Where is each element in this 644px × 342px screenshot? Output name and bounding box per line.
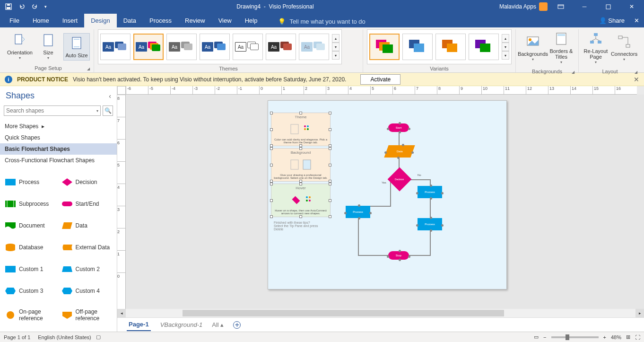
zoom-out-icon[interactable]: − [543,334,546,340]
orientation-button[interactable]: Orientation▾ [7,31,33,63]
theme-swatch[interactable]: Aa [200,34,230,60]
close-ribbon-icon[interactable]: ✕ [634,17,639,24]
theme-swatch[interactable]: Aa [266,34,296,60]
tips-panel[interactable]: Theme Color can add clarity and elegance… [271,113,331,235]
page-tab-background[interactable]: VBackground-1 [160,321,203,328]
shape-master[interactable]: External Data [59,237,115,258]
tab-insert[interactable]: Insert [56,14,85,27]
gallery-down-icon[interactable]: ▾ [332,43,339,51]
tab-file[interactable]: File [3,14,26,27]
variant-swatch[interactable] [435,34,466,60]
connectors-button[interactable]: Connectors▾ [611,32,637,64]
notice-close-icon[interactable]: ✕ [634,76,639,83]
shape-master[interactable]: Database [2,237,59,258]
redo-icon[interactable] [29,1,41,12]
stencil-item[interactable]: Cross-Functional Flowchart Shapes [0,155,117,166]
add-page-icon[interactable]: + [233,321,241,329]
shape-master[interactable]: Custom 3 [2,281,59,301]
gallery-more-icon[interactable]: ▾ [502,51,509,60]
borders-titles-button[interactable]: Borders & Titles▾ [548,29,574,67]
theme-swatch[interactable]: Aa [299,34,329,60]
close-icon[interactable]: ✕ [621,0,642,13]
gallery-up-icon[interactable]: ▴ [502,34,509,43]
theme-swatch[interactable]: Aa [100,34,131,60]
flowchart-process[interactable]: Process [346,206,370,218]
shape-master[interactable]: Custom 2 [59,259,115,280]
minimize-icon[interactable]: ─ [574,0,595,13]
drawing-canvas[interactable]: Theme Color can add clarity and elegance… [126,95,644,309]
shape-master[interactable]: Process [2,172,59,193]
flowchart-data[interactable]: Data [384,145,415,158]
shape-master[interactable]: Document [2,215,59,236]
ruler-vertical[interactable]: 876543210 [117,95,126,309]
size-button[interactable]: Size▾ [35,31,61,63]
ruler-horizontal[interactable]: -6-5-4-3-2-1012345678910111213141516 [126,86,637,95]
shape-master[interactable]: Start/End [59,193,115,214]
scroll-thumb[interactable] [183,310,504,316]
page-surface[interactable]: Theme Color can add clarity and elegance… [268,100,507,289]
user-avatar-icon[interactable] [539,2,548,11]
gallery-more-icon[interactable]: ▾ [332,51,339,60]
gallery-down-icon[interactable]: ▾ [502,43,509,51]
flowchart-decision[interactable]: Decision [388,167,412,192]
shape-master[interactable]: Off-page reference [59,302,115,328]
ribbon-mode-icon[interactable] [550,0,571,13]
user-name[interactable]: Malavida Apps [499,3,536,10]
variant-swatch[interactable] [369,34,400,60]
tell-me-search[interactable]: 💡 Tell me what you want to do [273,16,370,27]
search-shapes-input[interactable]: ▾ [4,105,101,116]
tab-design[interactable]: Design [84,14,116,27]
shape-master[interactable]: Decision [59,172,115,193]
flowchart-process[interactable]: Process [418,218,442,230]
scroll-left-icon[interactable]: ◂ [117,309,126,317]
page-tab-all[interactable]: All ▴ [212,321,224,328]
variant-swatch[interactable] [469,34,499,60]
horizontal-scrollbar[interactable]: ◂ ▸ [117,309,644,317]
fit-page-icon[interactable]: ⊞ [626,334,630,340]
shape-master[interactable]: Custom 4 [59,281,115,301]
flowchart-process[interactable]: Process [418,186,442,198]
shape-master[interactable]: Data [59,215,115,236]
page-setup-launcher-icon[interactable]: ◢ [87,67,90,71]
share-button[interactable]: 👤 Share [599,17,625,24]
activate-button[interactable]: Activate [360,74,400,85]
qat-customize-icon[interactable]: ▾ [43,1,48,12]
flowchart-start[interactable]: Start [388,123,409,132]
stencil-item[interactable]: Quick Shapes [0,132,117,143]
presentation-mode-icon[interactable]: ▭ [534,334,539,340]
search-icon[interactable]: 🔍 [103,105,113,116]
zoom-level[interactable]: 48% [611,334,621,340]
stencil-item[interactable]: Basic Flowchart Shapes [0,143,117,155]
undo-icon[interactable] [16,1,27,12]
theme-swatch[interactable]: Aa [133,34,164,60]
gallery-up-icon[interactable]: ▴ [332,34,339,43]
search-dropdown-icon[interactable]: ▾ [96,109,98,113]
autosize-button[interactable]: Auto Size [63,33,90,61]
shape-master[interactable]: On-page reference [2,302,59,328]
theme-swatch[interactable]: Aa [166,34,197,60]
zoom-in-icon[interactable]: + [603,334,606,340]
tab-view[interactable]: View [212,14,238,27]
tab-data[interactable]: Data [117,14,143,27]
zoom-slider[interactable] [551,336,599,338]
shape-master[interactable]: Custom 1 [2,259,59,280]
tip-background-card[interactable]: Background Give your drawing a professio… [271,148,331,182]
page-tab[interactable]: Page-1 [127,318,151,331]
fullscreen-icon[interactable]: ⛶ [635,334,640,340]
backgrounds-button[interactable]: Backgrounds▾ [520,32,546,64]
collapse-pane-icon[interactable]: ‹ [109,92,111,100]
tab-review[interactable]: Review [178,14,212,27]
macro-record-icon[interactable]: ▢ [96,334,101,340]
relayout-button[interactable]: Re-Layout Page▾ [583,29,609,67]
variant-swatch[interactable] [402,34,433,60]
backgrounds-launcher-icon[interactable]: ◢ [572,70,574,74]
save-icon[interactable] [3,1,14,12]
more-shapes-item[interactable]: More Shapes ▸ [0,121,117,132]
tip-theme-card[interactable]: Theme Color can add clarity and elegance… [271,113,331,146]
scroll-right-icon[interactable]: ▸ [635,309,644,317]
tab-help[interactable]: Help [238,14,264,27]
status-language[interactable]: English (United States) [38,334,91,340]
tab-home[interactable]: Home [26,14,56,27]
theme-swatch[interactable]: Aa [233,34,263,60]
layout-launcher-icon[interactable]: ◢ [635,70,637,74]
